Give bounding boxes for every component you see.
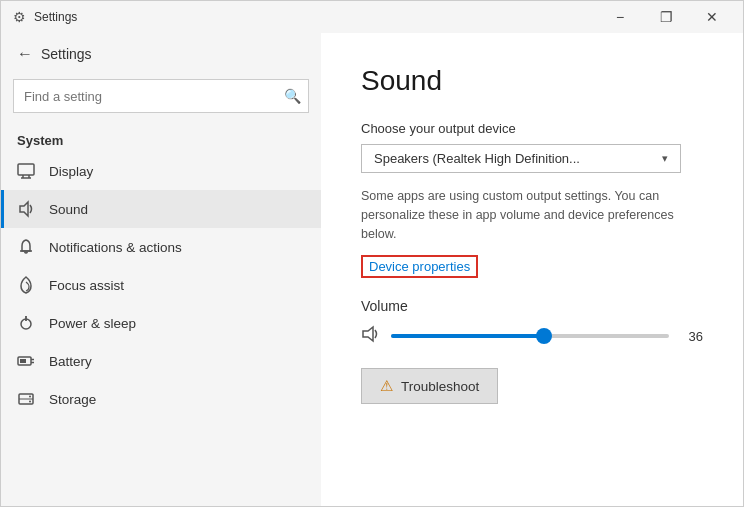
title-bar-title: Settings <box>34 10 77 24</box>
volume-row: 36 <box>361 324 703 348</box>
svg-marker-4 <box>20 202 28 216</box>
svg-rect-0 <box>18 164 34 175</box>
sidebar: ← Settings 🔍 System <box>1 33 321 506</box>
svg-rect-9 <box>20 359 26 363</box>
sidebar-item-power[interactable]: Power & sleep <box>1 304 321 342</box>
volume-thumb[interactable] <box>536 328 552 344</box>
right-panel: Sound Choose your output device Speakers… <box>321 33 743 506</box>
troubleshoot-button[interactable]: ⚠ Troubleshoot <box>361 368 498 404</box>
info-text: Some apps are using custom output settin… <box>361 187 703 243</box>
notifications-label: Notifications & actions <box>49 240 182 255</box>
battery-label: Battery <box>49 354 92 369</box>
svg-point-15 <box>29 401 31 403</box>
settings-window: ⚙ Settings − ❐ ✕ ← Settings 🔍 System <box>0 0 744 507</box>
output-device-dropdown[interactable]: Speakers (Realtek High Definition... ▾ <box>361 144 681 173</box>
sidebar-item-sound[interactable]: Sound <box>1 190 321 228</box>
title-bar-left: ⚙ Settings <box>13 9 77 25</box>
storage-icon <box>17 390 35 408</box>
power-label: Power & sleep <box>49 316 136 331</box>
volume-value: 36 <box>679 329 703 344</box>
close-button[interactable]: ✕ <box>689 1 735 33</box>
sound-label: Sound <box>49 202 88 217</box>
volume-slider[interactable] <box>391 326 669 346</box>
title-bar: ⚙ Settings − ❐ ✕ <box>1 1 743 33</box>
search-button[interactable]: 🔍 <box>275 79 309 113</box>
minimize-button[interactable]: − <box>597 1 643 33</box>
sidebar-item-notifications[interactable]: Notifications & actions <box>1 228 321 266</box>
search-input[interactable] <box>13 79 309 113</box>
svg-point-14 <box>29 396 31 398</box>
main-content: ← Settings 🔍 System <box>1 33 743 506</box>
system-section-label: System <box>1 125 321 152</box>
sidebar-item-display[interactable]: Display <box>1 152 321 190</box>
sidebar-app-title: Settings <box>41 46 92 62</box>
search-container: 🔍 <box>13 79 309 113</box>
sidebar-item-storage[interactable]: Storage <box>1 380 321 418</box>
back-button[interactable]: ← Settings <box>1 33 321 75</box>
volume-icon <box>361 324 381 348</box>
volume-fill <box>391 334 544 338</box>
search-icon: 🔍 <box>284 88 301 104</box>
display-icon <box>17 162 35 180</box>
storage-label: Storage <box>49 392 96 407</box>
svg-marker-16 <box>363 327 373 341</box>
notifications-icon <box>17 238 35 256</box>
warning-icon: ⚠ <box>380 377 393 395</box>
sidebar-item-focus[interactable]: Focus assist <box>1 266 321 304</box>
troubleshoot-label: Troubleshoot <box>401 379 479 394</box>
settings-icon: ⚙ <box>13 9 26 25</box>
title-bar-controls: − ❐ ✕ <box>597 1 735 33</box>
volume-track <box>391 334 669 338</box>
output-device-value: Speakers (Realtek High Definition... <box>374 151 580 166</box>
volume-label: Volume <box>361 298 703 314</box>
sound-icon <box>17 200 35 218</box>
display-label: Display <box>49 164 93 179</box>
device-properties-link[interactable]: Device properties <box>361 255 478 278</box>
focus-icon <box>17 276 35 294</box>
battery-icon <box>17 352 35 370</box>
output-device-section: Choose your output device Speakers (Real… <box>361 121 703 173</box>
page-title: Sound <box>361 65 703 97</box>
restore-button[interactable]: ❐ <box>643 1 689 33</box>
back-arrow-icon: ← <box>17 45 33 63</box>
sidebar-item-battery[interactable]: Battery <box>1 342 321 380</box>
power-icon <box>17 314 35 332</box>
chevron-down-icon: ▾ <box>662 152 668 165</box>
output-label: Choose your output device <box>361 121 703 136</box>
focus-label: Focus assist <box>49 278 124 293</box>
